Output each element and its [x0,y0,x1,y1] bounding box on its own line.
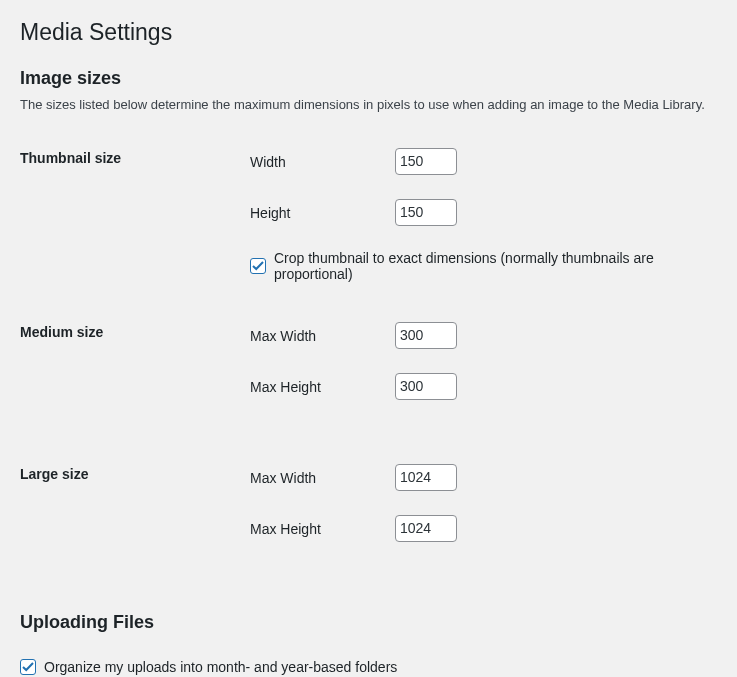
medium-width-label: Max Width [250,328,395,344]
organize-uploads-label: Organize my uploads into month- and year… [44,659,397,675]
thumbnail-width-input[interactable] [395,148,457,175]
image-sizes-description: The sizes listed below determine the max… [20,97,717,112]
check-icon [22,661,34,673]
large-height-input[interactable] [395,515,457,542]
medium-height-label: Max Height [250,379,395,395]
organize-uploads-checkbox[interactable] [20,659,36,675]
large-width-label: Max Width [250,470,395,486]
medium-size-label: Medium size [20,308,240,432]
medium-width-input[interactable] [395,322,457,349]
uploading-heading: Uploading Files [20,612,717,633]
crop-thumbnail-label: Crop thumbnail to exact dimensions (norm… [274,250,707,282]
large-height-label: Max Height [250,521,395,537]
medium-height-input[interactable] [395,373,457,400]
large-width-input[interactable] [395,464,457,491]
check-icon [252,260,264,272]
page-title: Media Settings [20,10,717,50]
large-size-label: Large size [20,450,240,574]
image-sizes-heading: Image sizes [20,68,717,89]
thumbnail-width-label: Width [250,154,395,170]
thumbnail-size-label: Thumbnail size [20,134,240,290]
thumbnail-height-input[interactable] [395,199,457,226]
crop-thumbnail-checkbox[interactable] [250,258,266,274]
thumbnail-height-label: Height [250,205,395,221]
